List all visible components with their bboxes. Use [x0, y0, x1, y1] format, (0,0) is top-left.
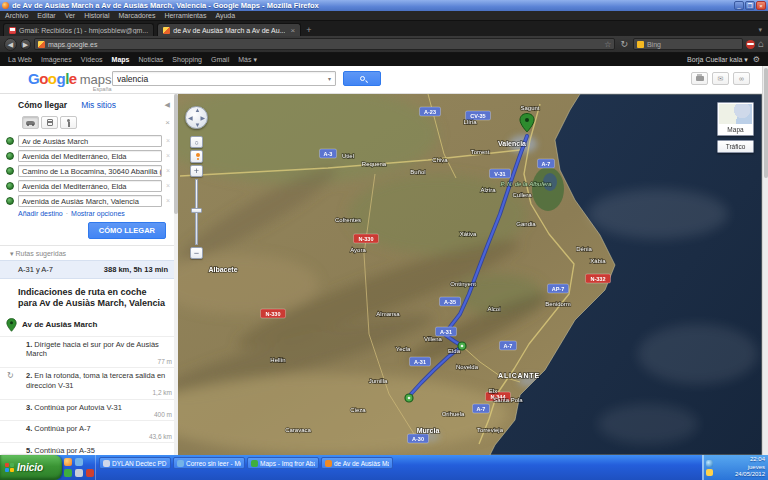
route-option[interactable]: A-31 y A-7 388 km, 5h 13 min [0, 260, 178, 279]
print-button[interactable] [691, 72, 708, 85]
map-thumbnail [719, 104, 752, 124]
close-button[interactable]: × [756, 1, 766, 10]
step-text: En la rotonda, toma la tercera salida en… [26, 371, 165, 390]
googlebar-link[interactable]: La Web [8, 56, 32, 64]
waypoint-input-1[interactable]: Av de Ausiàs March [18, 135, 162, 147]
remove-waypoint-icon[interactable]: × [166, 182, 170, 189]
zoom-slider-handle[interactable] [191, 208, 202, 213]
start-button[interactable]: Inicio [0, 455, 62, 480]
tab-close-icon[interactable]: × [290, 26, 295, 35]
send-button[interactable]: ✉ [712, 72, 729, 85]
tray-icon[interactable] [706, 469, 713, 476]
googlebar-link[interactable]: Más ▾ [238, 56, 257, 64]
browser-scrollbar[interactable] [762, 66, 768, 455]
minimize-button[interactable]: _ [734, 1, 744, 10]
zoom-in-button[interactable]: + [190, 165, 203, 177]
get-directions-button[interactable]: CÓMO LLEGAR [88, 222, 166, 239]
remove-waypoint-icon[interactable]: × [166, 167, 170, 174]
add-destination-link[interactable]: Añadir destino [18, 210, 63, 217]
tab-list-button[interactable]: ▾ [752, 26, 768, 36]
close-icon[interactable]: × [165, 118, 170, 127]
taskbar-task-3[interactable]: Maps - Img fror Aban... [247, 457, 319, 469]
browser-search-box[interactable]: Bing [633, 38, 743, 50]
zoom-out-button[interactable]: − [190, 247, 203, 259]
new-tab-button[interactable]: + [301, 25, 316, 36]
search-button[interactable] [343, 71, 381, 86]
back-button[interactable]: ◀ [4, 38, 17, 51]
satellite-map[interactable]: A-3A-7A-23CV-35V-31AP-7A-35A-31A-7A-31A-… [178, 94, 762, 455]
quick-launch-icon[interactable] [75, 469, 83, 477]
step-distance: 43,6 km [149, 433, 172, 441]
menu-marcadores[interactable]: Marcadores [118, 12, 155, 19]
menu-editar[interactable]: Editar [37, 12, 55, 19]
remove-waypoint-icon[interactable]: × [166, 197, 170, 204]
direction-step-4[interactable]: 4. Continúa por A-743,6 km [0, 421, 178, 443]
waypoint-input-4[interactable]: Avenida del Mediterráneo, Elda [18, 180, 162, 192]
mode-driving-button[interactable] [22, 116, 39, 129]
svg-text:Cullera: Cullera [512, 192, 532, 198]
zoom-control[interactable]: ○ + − [190, 136, 203, 261]
tab-maps-active[interactable]: de Av de Ausiàs March a Av de Au... × [157, 23, 301, 36]
googlebar-link[interactable]: Imágenes [41, 56, 72, 64]
collapse-sidebar-icon[interactable]: ◀ [165, 101, 170, 109]
tab-my-places[interactable]: Mis sitios [81, 100, 116, 110]
direction-step-3[interactable]: 3. Continúa por Autovía V-31400 m [0, 400, 178, 422]
bookmark-star-icon[interactable]: ☆ [604, 40, 611, 49]
remove-waypoint-icon[interactable]: × [166, 152, 170, 159]
googlebar-link[interactable]: Vídeos [81, 56, 103, 64]
zoom-slider[interactable] [195, 179, 198, 245]
menu-ver[interactable]: Ver [65, 12, 76, 19]
home-icon[interactable]: ⌂ [758, 39, 764, 49]
google-maps-logo[interactable]: Googlemaps España [28, 70, 112, 88]
googlebar-link[interactable]: Gmail [211, 56, 229, 64]
tab-directions[interactable]: Cómo llegar [18, 100, 67, 110]
tab-gmail[interactable]: Gmail: Recibidos (1) - hmjosbblew@gm... [3, 23, 154, 36]
menu-historial[interactable]: Historial [84, 12, 109, 19]
direction-step-1[interactable]: 1. Dirígete hacia el sur por Av de Ausià… [0, 337, 178, 369]
navigation-bar: ◀ ▶ maps.google.es ☆ ↻ Bing ⌂ [0, 36, 768, 53]
menu-herramientas[interactable]: Herramientas [164, 12, 206, 19]
pan-control[interactable]: ▲▼◀▶ [185, 106, 208, 129]
map-type-button[interactable]: Mapa [717, 102, 754, 136]
reset-view-button[interactable]: ○ [190, 136, 203, 148]
waypoint-input-3[interactable]: Camino de La Bocamina, 30640 Abanilla (F… [18, 165, 162, 177]
mode-walking-button[interactable] [60, 116, 77, 129]
link-button[interactable]: ∞ [733, 72, 750, 85]
waypoint-input-2[interactable]: Avenida del Mediterráneo, Elda [18, 150, 162, 162]
direction-step-5[interactable]: 5. Continúa por A-3530,2 km [0, 443, 178, 455]
taskbar-task-4[interactable]: de Av de Ausiàs Mar... [321, 457, 393, 469]
tray-icon[interactable] [706, 460, 713, 467]
show-options-link[interactable]: Mostrar opciones [71, 210, 125, 217]
taskbar-task-2[interactable]: Correo sin leer - Mo... [173, 457, 245, 469]
forward-button[interactable]: ▶ [20, 39, 31, 50]
menu-archivo[interactable]: Archivo [5, 12, 28, 19]
googlebar-link[interactable]: Maps [112, 56, 130, 64]
googlebar-link[interactable]: Noticias [138, 56, 163, 64]
quick-launch-icon[interactable] [86, 469, 94, 477]
reload-icon[interactable]: ↻ [618, 39, 630, 49]
pegman-icon[interactable] [190, 150, 203, 163]
quick-launch-icon[interactable] [64, 469, 72, 477]
maps-search-field[interactable]: ▾ [112, 71, 336, 86]
googlebar-link[interactable]: Shopping [172, 56, 202, 64]
suggested-routes-header[interactable]: ▾ Rutas sugeridas [0, 246, 178, 260]
menu-ayuda[interactable]: Ayuda [215, 12, 235, 19]
traffic-button[interactable]: Tráfico [717, 140, 754, 153]
direction-step-2[interactable]: ↻2. En la rotonda, toma la tercera salid… [0, 368, 178, 400]
remove-waypoint-icon[interactable]: × [166, 137, 170, 144]
mode-transit-button[interactable] [41, 116, 58, 129]
maps-search-input[interactable] [113, 74, 324, 84]
taskbar-task-1[interactable]: DYLAN Dectec PD - 1... [99, 457, 171, 469]
tray-clock[interactable]: 22:04 jueves 24/05/2012 [716, 456, 765, 479]
adblock-icon[interactable] [746, 40, 755, 49]
waypoint-input-5[interactable]: Avenida de Ausiàs March, Valencia [18, 195, 162, 207]
account-menu[interactable]: Borja Cuellar kala ▾ [687, 56, 748, 64]
svg-text:Villena: Villena [424, 336, 443, 342]
url-bar[interactable]: maps.google.es ☆ [34, 38, 615, 50]
gear-icon[interactable]: ⚙ [753, 55, 760, 64]
maximize-button[interactable]: ❐ [745, 1, 755, 10]
quick-launch-explorer-icon[interactable] [75, 458, 83, 466]
chevron-down-icon[interactable]: ▾ [324, 75, 335, 82]
quick-launch-firefox-icon[interactable] [64, 458, 72, 466]
map-canvas[interactable]: A-3A-7A-23CV-35V-31AP-7A-35A-31A-7A-31A-… [178, 94, 762, 455]
